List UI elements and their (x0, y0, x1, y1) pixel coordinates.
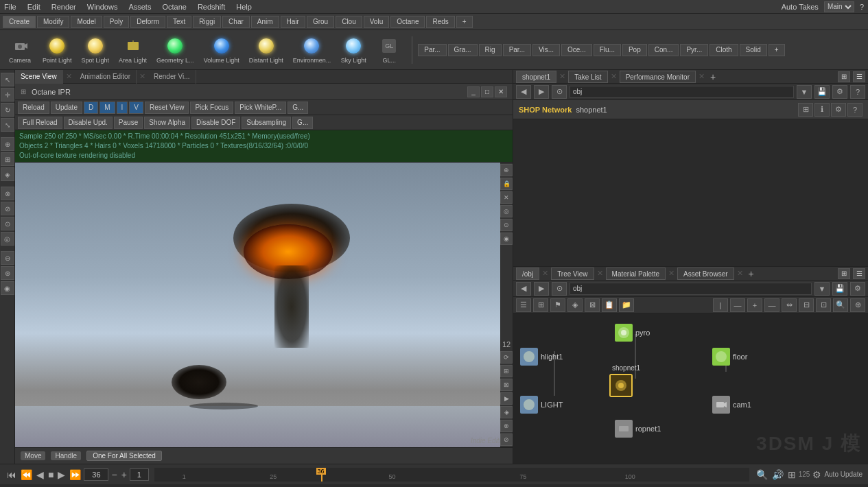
menu-redshift[interactable]: Redshift (196, 3, 226, 11)
light-btn-gl[interactable]: GL GL... (372, 35, 406, 65)
tool-11[interactable]: ⊛ (1, 266, 14, 280)
menu-file[interactable]: File (3, 3, 18, 11)
timeline-track[interactable]: 1 25 50 36 75 100 (154, 468, 749, 482)
ng-link-btn[interactable]: ⊠ (585, 298, 600, 312)
node-hlight1[interactable]: hlight1 (520, 348, 563, 366)
ng-arrows-btn[interactable]: ⇔ (782, 298, 797, 312)
vp-icon-7[interactable]: ⟳ (500, 351, 513, 364)
ng-zoom-btn[interactable]: 🔍 (833, 298, 848, 312)
shop-settings-btn[interactable]: ⚙ (832, 85, 847, 99)
shop-fwd-btn[interactable]: ▶ (534, 85, 549, 99)
ng-divider-btn[interactable]: | (713, 298, 728, 312)
ng-dash-btn[interactable]: — (730, 298, 745, 312)
ng-snap-btn[interactable]: ⊕ (850, 298, 865, 312)
ipr-disable-upd-btn[interactable]: Disable Upd. (64, 117, 113, 129)
ipr-pick-focus-btn[interactable]: Pick Focus (190, 102, 233, 114)
ng-flag-btn[interactable]: ⚑ (550, 298, 565, 312)
tab-char[interactable]: Char (222, 16, 250, 28)
ng-shape-btn[interactable]: ◈ (567, 298, 583, 312)
tab-vis[interactable]: Vis... (532, 44, 560, 56)
tab-rig[interactable]: Rig (479, 44, 502, 56)
ipr-subsampling-btn[interactable]: Subsampling (242, 117, 291, 129)
ipr-close-btn[interactable]: ✕ (495, 86, 507, 97)
tab-anim[interactable]: Anim (251, 16, 279, 28)
shop-question-btn[interactable]: ? (850, 85, 865, 99)
vp-icon-12[interactable]: ⊗ (500, 420, 513, 432)
tab-plus2[interactable]: + (769, 44, 785, 56)
shop-back-btn[interactable]: ◀ (516, 85, 531, 99)
tool-5[interactable]: ◈ (1, 167, 14, 181)
light-btn-point[interactable]: Point Light (38, 35, 76, 65)
zoom-btn[interactable]: 🔍 (755, 469, 769, 480)
ng-path-input[interactable] (570, 283, 812, 295)
shop-help-btn[interactable]: ? (847, 103, 863, 117)
play-fwd-btn[interactable]: ▶ (56, 469, 67, 480)
frame-minus-btn[interactable]: − (110, 469, 118, 480)
one-for-all-btn[interactable]: One For All Selected (86, 451, 162, 461)
tab-con[interactable]: Con... (648, 44, 679, 56)
tool-cam[interactable]: ◉ (1, 281, 14, 295)
light-btn-camera[interactable]: Camera (3, 35, 37, 65)
next-frame-btn[interactable]: ⏩ (68, 469, 82, 480)
shop-tab-perf[interactable]: Performance Monitor (620, 71, 696, 83)
ng-back-btn[interactable]: ◀ (516, 282, 531, 296)
vp-icon-9[interactable]: ⊠ (500, 379, 513, 391)
ng-info-btn[interactable]: 📋 (602, 298, 617, 312)
tool-8[interactable]: ⊙ (1, 217, 14, 230)
tab-create[interactable]: Create (3, 16, 36, 28)
tab-pyr[interactable]: Pyr... (680, 44, 708, 56)
ipr-extra-btn[interactable]: G... (288, 102, 308, 114)
tab-poly[interactable]: Poly (104, 16, 129, 28)
ipr-show-alpha-btn[interactable]: Show Alpha (144, 117, 190, 129)
tab-volu[interactable]: Volu (364, 16, 389, 28)
vp-icon-11[interactable]: ◈ (500, 406, 513, 418)
ipr-g-btn[interactable]: G... (292, 117, 313, 129)
node-graph-canvas[interactable]: pyro hlight1 shopnet1 (513, 313, 868, 464)
vtab-render[interactable]: Render Vi... (148, 70, 196, 84)
tab-text[interactable]: Text (167, 16, 191, 28)
end-frame-input[interactable] (130, 468, 149, 481)
ng-plus-btn[interactable]: + (747, 298, 762, 312)
tab-hair[interactable]: Hair (281, 16, 305, 28)
ipr-v-btn[interactable]: V (129, 102, 143, 114)
menu-edit[interactable]: Edit (26, 3, 42, 11)
vp-icon-4[interactable]: ◎ (500, 205, 513, 217)
tab-deform[interactable]: Deform (130, 16, 165, 28)
vp-icon-8[interactable]: ⊞ (500, 365, 513, 377)
main-dropdown[interactable]: Main (824, 1, 854, 12)
tool-9[interactable]: ◎ (1, 232, 14, 246)
menu-octane[interactable]: Octane (161, 3, 187, 11)
tool-rotate[interactable]: ↻ (1, 103, 14, 117)
ipr-maximize-btn[interactable]: □ (481, 86, 493, 97)
ipr-reload-btn[interactable]: Reload (18, 102, 49, 114)
ipr-disable-dof-btn[interactable]: Disable DOF (191, 117, 240, 129)
shop-canvas[interactable] (513, 119, 868, 266)
question-icon[interactable]: ? (858, 3, 865, 11)
ng-panel-btn1[interactable]: ⊞ (838, 268, 850, 279)
play-back-btn[interactable]: ◀ (35, 469, 45, 480)
vp-icon-10[interactable]: ▶ (500, 392, 513, 405)
tab-pop[interactable]: Pop (622, 44, 647, 56)
viewport-canvas[interactable]: Indie Edition ⊕ 🔒 ✕ ◎ ⊙ ◉ 12 ⟳ ⊞ ⊠ ▶ (15, 163, 513, 447)
ng-list-btn[interactable]: ☰ (516, 298, 531, 312)
light-btn-env[interactable]: Environmen... (289, 35, 336, 65)
tool-10[interactable]: ⊖ (1, 251, 14, 265)
light-btn-distant[interactable]: Distant Light (245, 35, 288, 65)
tab-reds[interactable]: Reds (426, 16, 454, 28)
ng-minus-btn[interactable]: — (764, 298, 779, 312)
tab-cloth[interactable]: Cloth (709, 44, 738, 56)
tool-6[interactable]: ⊗ (1, 187, 14, 200)
light-btn-spot[interactable]: Spot Light (78, 35, 114, 65)
tool-select[interactable]: ↖ (1, 73, 14, 86)
menu-render[interactable]: Render (50, 3, 78, 11)
tab-octane[interactable]: Octane (390, 16, 425, 28)
vp-icon-5[interactable]: ⊙ (500, 219, 513, 231)
node-floor[interactable]: floor (712, 348, 747, 366)
node-ropnet1[interactable]: ropnet1 (615, 420, 661, 438)
tab-par[interactable]: Par... (418, 44, 446, 56)
shop-path-input[interactable] (570, 86, 794, 98)
node-pyro[interactable]: pyro (615, 324, 650, 342)
ng-folder-btn[interactable]: 📁 (619, 298, 634, 312)
tab-par2[interactable]: Par... (503, 44, 531, 56)
ng-tab-plus[interactable]: + (746, 268, 757, 279)
